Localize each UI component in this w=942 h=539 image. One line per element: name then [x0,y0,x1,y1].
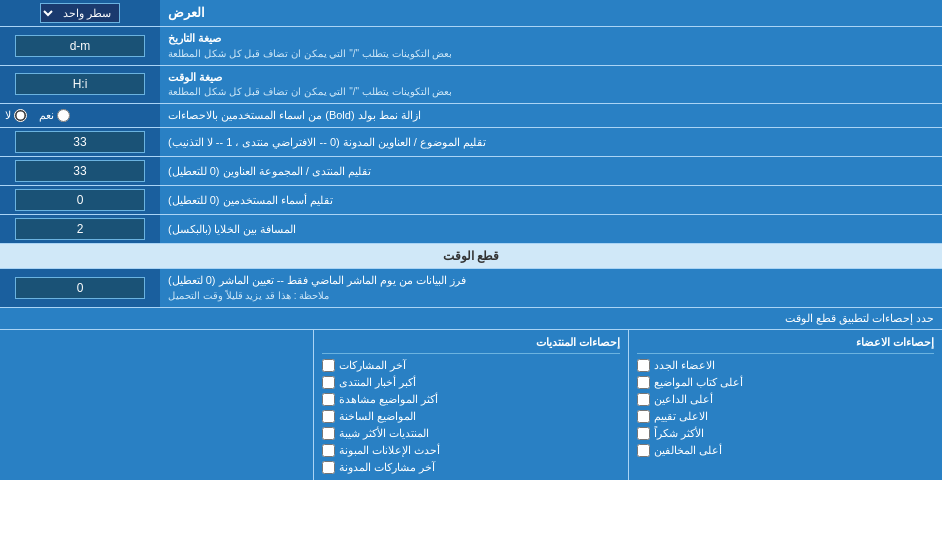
list-item: الاعلى تقييم [637,408,934,425]
col1-header: إحصاءات الاعضاء [637,334,934,354]
cutoff-hint: ملاحظة : هذا قد يزيد قليلاً وقت التحميل [168,289,329,303]
list-item: آخر مشاركات المدونة [322,459,619,476]
line-select[interactable]: سطر واحد سطران ثلاثة أسطر [40,3,120,23]
checkbox-top-inviters[interactable] [637,393,650,406]
users-input[interactable] [15,189,145,211]
bold-yes-label: نعم [39,109,70,122]
cutoff-input[interactable] [15,277,145,299]
users-label: تقليم أسماء المستخدمين (0 للتعطيل) [168,193,333,208]
list-item: أكبر أخبار المنتدى [322,374,619,391]
space-label: المسافة بين الخلايا (بالبكسل) [168,222,297,237]
checkbox-forum-news[interactable] [322,376,335,389]
page-title: العرض [168,4,205,22]
checkbox-top-violators[interactable] [637,444,650,457]
cutoff-label: فرز البيانات من يوم الماشر الماضي فقط --… [168,273,466,288]
checkbox-hot-topics[interactable] [322,410,335,423]
forum-topics-input[interactable] [15,131,145,153]
time-format-hint: بعض التكوينات يتطلب "/" التي يمكن ان تضا… [168,85,452,99]
date-format-label: صيغة التاريخ [168,31,221,46]
list-item: أكثر المواضيع مشاهدة [322,391,619,408]
list-item: الأكثر شكراً [637,425,934,442]
checkbox-last-posts[interactable] [322,359,335,372]
list-item: أعلى كتاب المواضيع [637,374,934,391]
col2-header: إحصاءات المنتديات [322,334,619,354]
stats-header: حدد إحصاءات لتطبيق قطع الوقت [0,308,942,330]
bold-no-label: لا [5,109,27,122]
checkbox-latest-ads[interactable] [322,444,335,457]
list-item: آخر المشاركات [322,357,619,374]
date-format-input[interactable] [15,35,145,57]
checkbox-blog-posts[interactable] [322,461,335,474]
list-item: الاعضاء الجدد [637,357,934,374]
bold-label: ازالة نمط بولد (Bold) من اسماء المستخدمي… [168,108,421,123]
forum-group-input[interactable] [15,160,145,182]
col3-empty [0,330,313,480]
date-format-hint: بعض التكوينات يتطلب "/" التي يمكن ان تضا… [168,47,452,61]
checkbox-most-popular-forums[interactable] [322,427,335,440]
list-item: أعلى المخالفين [637,442,934,459]
checkbox-new-members[interactable] [637,359,650,372]
list-item: المواضيع الساخنة [322,408,619,425]
time-format-input[interactable] [15,73,145,95]
cutoff-section-title: قطع الوقت [0,244,942,269]
time-format-label: صيغة الوقت [168,70,222,85]
checkbox-most-viewed[interactable] [322,393,335,406]
forum-group-label: تقليم المنتدى / المجموعة العناوين (0 للت… [168,164,371,179]
checkbox-most-thanked[interactable] [637,427,650,440]
bold-no-radio[interactable] [14,109,27,122]
space-input[interactable] [15,218,145,240]
list-item: المنتديات الأكثر شيبة [322,425,619,442]
list-item: أعلى الداعين [637,391,934,408]
list-item: أحدث الإعلانات المبونة [322,442,619,459]
forum-topics-label: تقليم الموضوع / العناوين المدونة (0 -- ا… [168,135,486,150]
checkbox-top-rated[interactable] [637,410,650,423]
bold-yes-radio[interactable] [57,109,70,122]
checkbox-top-writers[interactable] [637,376,650,389]
